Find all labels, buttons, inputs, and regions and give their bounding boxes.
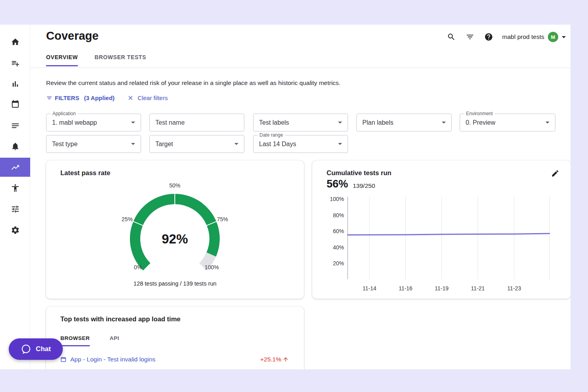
filter-environment-value: 0. Preview: [466, 119, 495, 126]
tab-overview[interactable]: OVERVIEW: [46, 54, 78, 66]
sidebar-item-new-test[interactable]: [0, 54, 30, 73]
svg-text:25%: 25%: [122, 216, 133, 222]
filter-target-value: Target: [155, 141, 173, 148]
cumulative-line-chart: 11-1411-1611-1911-2111-2320%40%60%80%100…: [312, 160, 571, 299]
svg-text:50%: 50%: [169, 182, 180, 189]
sidebar-item-results[interactable]: [0, 74, 30, 93]
page-title: Coverage: [46, 29, 99, 42]
calendar-icon: [11, 100, 20, 109]
svg-text:20%: 20%: [333, 260, 344, 266]
bar-chart-icon: [11, 79, 20, 89]
tune-icon: [11, 205, 20, 214]
tab-browser-tests[interactable]: BROWSER TESTS: [95, 54, 146, 66]
workspace-name: mabl prod tests: [502, 33, 544, 41]
filter-application-value: 1. mabl webapp: [52, 119, 97, 126]
svg-text:11-21: 11-21: [471, 285, 485, 292]
tab-browser[interactable]: BROWSER: [60, 335, 90, 346]
filter-test-type-value: Test type: [52, 141, 77, 148]
filter-application[interactable]: Application 1. mabl webapp: [46, 114, 141, 131]
chevron-down-icon: [562, 36, 566, 38]
cumulative-tests-card: Cumulative tests run 56% 139/250 11-1411…: [312, 160, 571, 299]
cumulative-ratio: 139/250: [353, 182, 375, 189]
sidebar: [0, 25, 30, 369]
sidebar-item-configuration[interactable]: [0, 199, 30, 218]
avatar: M: [548, 32, 558, 42]
svg-text:11-14: 11-14: [362, 285, 376, 292]
page-tabs: OVERVIEW BROWSER TESTS: [46, 54, 146, 66]
cumulative-percent: 56%: [327, 178, 348, 190]
tab-api[interactable]: API: [110, 335, 119, 346]
filters-bar: FILTERS (3 Applied) Clear filters: [46, 95, 168, 101]
chevron-down-icon: [338, 122, 342, 124]
sidebar-item-settings[interactable]: [0, 220, 30, 239]
pass-rate-title: Latest pass rate: [60, 169, 110, 177]
filters-applied-count: (3 Applied): [84, 95, 114, 101]
top-tests-tabs: BROWSER API: [60, 335, 119, 346]
test-delta-value: +25.1%: [260, 356, 281, 363]
chevron-down-icon: [234, 143, 238, 145]
svg-text:100%: 100%: [205, 264, 219, 270]
svg-text:100%: 100%: [330, 196, 344, 202]
filter-plan-labels-value: Plan labels: [362, 119, 393, 126]
filter-target[interactable]: Target: [149, 135, 244, 153]
bell-icon: [11, 142, 20, 151]
chevron-down-icon: [545, 122, 549, 124]
pass-rate-caption: 128 tests passing / 139 tests run: [46, 280, 304, 287]
chat-icon: [21, 344, 31, 355]
sidebar-item-accessibility[interactable]: [0, 178, 30, 197]
pencil-icon: [551, 169, 559, 178]
chat-label: Chat: [36, 345, 51, 353]
clear-filters-button[interactable]: Clear filters: [127, 95, 168, 101]
svg-text:40%: 40%: [333, 244, 344, 251]
gear-icon: [11, 226, 20, 235]
sidebar-item-notifications[interactable]: [0, 137, 30, 156]
header-actions: mabl prod tests M: [446, 31, 566, 43]
edit-goal-button[interactable]: [551, 169, 559, 179]
search-button[interactable]: [446, 32, 456, 42]
main-content: Coverage mabl prod tests M OVERVIEW BROW…: [30, 25, 571, 369]
sidebar-item-test-output[interactable]: [0, 116, 30, 135]
svg-text:92%: 92%: [162, 232, 188, 246]
filter-date-range-value: Last 14 Days: [259, 141, 296, 148]
chevron-down-icon: [338, 143, 342, 145]
chat-button[interactable]: Chat: [9, 338, 63, 360]
sidebar-item-schedule[interactable]: [0, 95, 30, 114]
accessibility-icon: [11, 183, 20, 193]
tabs-divider: [30, 68, 571, 68]
test-name-input[interactable]: [155, 119, 238, 126]
filter-test-labels-value: Test labels: [259, 119, 289, 126]
filters-toggle[interactable]: FILTERS (3 Applied): [46, 95, 114, 101]
filter-date-range[interactable]: Date range Last 14 Days: [253, 135, 348, 153]
search-icon: [447, 33, 456, 41]
browser-window-icon: [60, 356, 67, 363]
svg-text:11-23: 11-23: [507, 285, 521, 292]
sidebar-item-home[interactable]: [0, 32, 30, 51]
test-row: App - Login - Test invalid logins +25.1%: [60, 356, 289, 363]
filter-test-labels[interactable]: Test labels: [253, 114, 348, 131]
filter-test-type[interactable]: Test type: [46, 135, 141, 153]
svg-text:0%: 0%: [134, 264, 142, 270]
test-delta: +25.1%: [260, 356, 289, 363]
sidebar-item-coverage[interactable]: [0, 158, 30, 177]
filter-environment[interactable]: Environment 0. Preview: [460, 114, 555, 131]
filter-plan-labels[interactable]: Plan labels: [356, 114, 452, 131]
chevron-down-icon: [131, 143, 135, 145]
top-tests-title: Top tests with increased app load time: [60, 315, 180, 323]
latest-pass-rate-card: Latest pass rate 0%25%50%75%100%92% 128 …: [46, 160, 304, 299]
chevron-down-icon: [442, 122, 446, 124]
pass-rate-gauge: 0%25%50%75%100%92%: [115, 181, 234, 276]
playlist-add-icon: [11, 59, 20, 68]
clear-filters-label: Clear filters: [137, 95, 168, 101]
filter-button[interactable]: [465, 32, 475, 42]
close-icon: [127, 95, 134, 101]
filter-test-name[interactable]: [149, 114, 244, 131]
chevron-down-icon: [131, 122, 135, 124]
trending-up-icon: [11, 163, 20, 172]
list-icon: [11, 121, 20, 130]
help-button[interactable]: [484, 32, 494, 42]
test-link[interactable]: App - Login - Test invalid logins: [70, 356, 155, 363]
page-description: Review the current status and related ri…: [46, 79, 340, 87]
home-icon: [11, 37, 20, 46]
workspace-switcher[interactable]: mabl prod tests M: [502, 32, 566, 42]
svg-text:80%: 80%: [333, 212, 344, 218]
